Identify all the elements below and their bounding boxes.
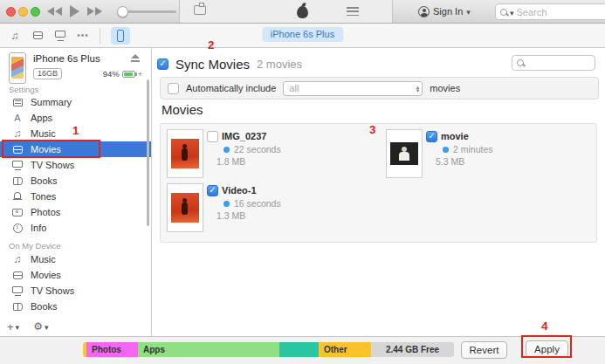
search-input[interactable]: Search xyxy=(495,3,605,20)
segment-label: Apps xyxy=(143,345,165,354)
close-window-button[interactable] xyxy=(6,7,16,17)
device-capacity-badge: 16GB xyxy=(33,68,62,79)
movie-thumbnail xyxy=(167,183,203,232)
movie-checkbox[interactable] xyxy=(426,131,437,142)
search-scope-chevron-icon[interactable] xyxy=(510,7,514,17)
chevron-down-icon xyxy=(45,320,49,333)
movie-checkbox[interactable] xyxy=(207,131,218,142)
navbar-divider xyxy=(100,28,100,44)
sidebar-scrollbar[interactable] xyxy=(147,79,149,226)
add-button[interactable] xyxy=(7,320,19,333)
sidebar-item-label: Music xyxy=(31,254,56,264)
duration-dot-icon xyxy=(223,201,230,207)
battery-icon xyxy=(122,71,135,78)
music-library-icon[interactable] xyxy=(9,30,21,42)
sidebar-item-device-movies[interactable]: Movies xyxy=(0,267,151,283)
volume-knob[interactable] xyxy=(117,6,128,17)
movie-item-img-0237[interactable]: IMG_0237 22 seconds 1.8 MB xyxy=(167,129,368,182)
miniplayer-icon[interactable] xyxy=(194,5,206,15)
device-card: iPhone 6s Plus 16GB 94% + xyxy=(0,48,151,86)
sync-movies-checkbox[interactable] xyxy=(157,58,168,70)
plus-icon xyxy=(7,320,14,333)
volume-slider[interactable] xyxy=(117,0,176,23)
capacity-segment-free: 2.44 GB Free xyxy=(371,342,454,357)
sidebar-item-apps[interactable]: Apps xyxy=(0,110,151,126)
sidebar-item-photos[interactable]: Photos xyxy=(0,204,151,220)
auto-include-checkbox[interactable] xyxy=(168,83,179,94)
settings-gear-button[interactable] xyxy=(33,320,48,333)
chevron-down-icon xyxy=(466,6,471,17)
revert-button[interactable]: Revert xyxy=(461,341,507,359)
segment-label: Photos xyxy=(92,345,121,354)
device-button[interactable] xyxy=(111,27,130,45)
apps-icon xyxy=(11,112,24,124)
info-icon xyxy=(11,222,24,234)
movie-duration: 2 minutes xyxy=(453,144,493,155)
previous-track-button[interactable] xyxy=(47,7,62,16)
lcd-status-display xyxy=(179,0,393,23)
up-next-list-icon[interactable] xyxy=(347,7,359,16)
minimize-window-button[interactable] xyxy=(18,7,28,17)
zoom-window-button[interactable] xyxy=(31,7,40,17)
movie-item-movie[interactable]: movie 2 minutes 5.3 MB xyxy=(386,129,587,182)
battery-percent: 94% xyxy=(103,69,120,79)
playback-controls xyxy=(47,0,102,23)
search-placeholder: Search xyxy=(517,7,547,17)
sidebar-item-books[interactable]: Books xyxy=(0,173,151,189)
film-icon xyxy=(11,269,24,281)
movie-item-video-1[interactable]: Video-1 16 seconds 1.3 MB xyxy=(167,183,368,236)
capacity-segment-other: Other xyxy=(319,342,371,357)
sidebar-item-label: TV Shows xyxy=(31,285,74,296)
sidebar-item-device-books[interactable]: Books xyxy=(0,299,151,314)
sign-in-label: Sign In xyxy=(433,6,463,17)
camera-icon xyxy=(11,206,24,218)
movies-library-icon[interactable] xyxy=(31,30,44,42)
auto-include-dropdown[interactable]: all xyxy=(283,81,423,96)
sidebar-item-tones[interactable]: Tones xyxy=(0,189,151,204)
sidebar-item-movies[interactable]: Movies xyxy=(0,141,151,157)
sidebar-item-label: Photos xyxy=(31,207,60,217)
more-media-icon[interactable] xyxy=(77,30,89,42)
on-my-device-section-header: On My Device xyxy=(0,241,151,251)
volume-track xyxy=(127,10,176,13)
duration-dot-icon xyxy=(223,147,230,153)
sync-movies-pane: Sync Movies 2 movies Automatically inclu… xyxy=(152,48,605,336)
device-thumbnail xyxy=(9,52,26,84)
auto-include-suffix: movies xyxy=(430,83,460,93)
book-icon xyxy=(11,300,24,312)
sidebar-item-info[interactable]: Info xyxy=(0,220,151,236)
movies-search-input[interactable] xyxy=(512,55,595,71)
auto-include-value: all xyxy=(289,83,299,93)
window-controls xyxy=(6,7,40,17)
sidebar-item-music[interactable]: Music xyxy=(0,126,151,141)
device-name: iPhone 6s Plus xyxy=(33,53,100,64)
tv-library-icon[interactable] xyxy=(54,30,66,42)
capacity-segment-apps: Apps xyxy=(138,342,279,357)
movies-grid-panel: IMG_0237 22 seconds 1.8 MB movie 2 minut… xyxy=(160,123,597,243)
movie-name: movie xyxy=(441,131,469,141)
sidebar-item-device-music[interactable]: Music xyxy=(0,251,151,267)
next-track-button[interactable] xyxy=(87,7,102,16)
sync-movies-header: Sync Movies 2 movies xyxy=(157,57,302,72)
capacity-segment-photos: Photos xyxy=(86,342,138,357)
capacity-segment-documents xyxy=(279,342,319,357)
search-icon xyxy=(500,9,507,16)
music-note-icon xyxy=(11,253,24,265)
sign-in-button[interactable]: Sign In xyxy=(418,0,471,23)
sidebar-item-label: Music xyxy=(31,128,56,139)
search-icon xyxy=(517,59,524,66)
sidebar-item-summary[interactable]: Summary xyxy=(0,94,151,110)
movie-thumbnail-image xyxy=(390,142,418,165)
sidebar-item-label: TV Shows xyxy=(31,160,74,170)
movie-name: IMG_0237 xyxy=(222,131,266,141)
device-name-badge[interactable]: iPhone 6s Plus xyxy=(262,27,343,42)
play-button[interactable] xyxy=(70,5,79,17)
sidebar-item-device-tv-shows[interactable]: TV Shows xyxy=(0,283,151,299)
eject-icon[interactable] xyxy=(131,54,140,63)
apply-button[interactable]: Apply xyxy=(526,340,568,358)
movie-size: 1.8 MB xyxy=(217,156,245,167)
movie-checkbox[interactable] xyxy=(207,185,218,196)
sidebar-item-tv-shows[interactable]: TV Shows xyxy=(0,157,151,173)
bell-icon xyxy=(11,190,24,203)
iphone-icon xyxy=(117,30,124,42)
